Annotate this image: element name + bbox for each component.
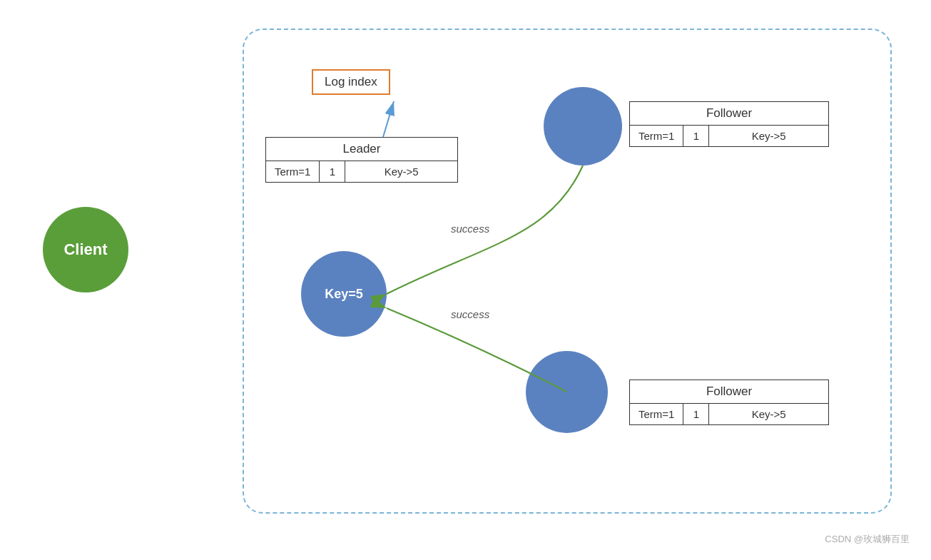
leader-index: 1 (320, 161, 345, 182)
log-index-box: Log index (312, 69, 390, 95)
watermark: CSDN @玫城狮百里 (825, 533, 910, 546)
follower-bottom-index: 1 (683, 404, 709, 424)
log-index-arrow (383, 101, 394, 137)
client-node: Client (43, 207, 128, 292)
leader-title: Leader (266, 138, 457, 161)
leader-term: Term=1 (266, 161, 320, 182)
follower-top-node (544, 87, 622, 166)
success-top-label: success (451, 223, 489, 235)
follower-bottom-node (526, 351, 608, 433)
leader-node-label: Key=5 (325, 287, 363, 302)
follower-top-log-box: Follower Term=1 1 Key->5 (629, 101, 829, 147)
follower-bottom-title: Follower (630, 380, 828, 404)
leader-value: Key->5 (345, 161, 457, 182)
follower-top-title: Follower (630, 102, 828, 126)
follower-bottom-term: Term=1 (630, 404, 683, 424)
leader-node: Key=5 (301, 251, 387, 337)
success-bottom-label: success (451, 308, 489, 320)
raft-cluster-container: Log index Leader Term=1 1 Key->5 Followe… (243, 29, 892, 514)
follower-bottom-data-row: Term=1 1 Key->5 (630, 404, 828, 424)
follower-bottom-value: Key->5 (709, 404, 828, 424)
follower-top-data-row: Term=1 1 Key->5 (630, 126, 828, 146)
leader-log-box: Leader Term=1 1 Key->5 (265, 137, 458, 183)
client-label: Client (63, 240, 107, 259)
log-index-label: Log index (325, 75, 377, 88)
follower-top-index: 1 (683, 126, 709, 146)
follower-bottom-log-box: Follower Term=1 1 Key->5 (629, 380, 829, 425)
follower-top-term: Term=1 (630, 126, 683, 146)
leader-data-row: Term=1 1 Key->5 (266, 161, 457, 182)
follower-top-value: Key->5 (709, 126, 828, 146)
